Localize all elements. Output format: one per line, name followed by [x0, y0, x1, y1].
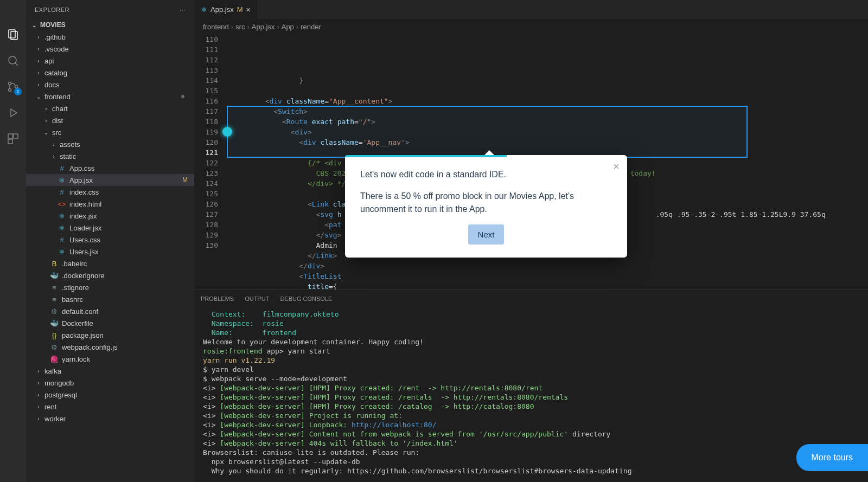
tree-label: catalog	[44, 69, 67, 77]
code-line[interactable]	[231, 86, 868, 96]
breadcrumb-segment[interactable]: App.jsx	[252, 23, 275, 31]
code-line[interactable]: <div>	[231, 127, 868, 137]
folder-item[interactable]: ›chart	[26, 102, 194, 114]
code-line[interactable]: <div className='App__nav'>	[231, 137, 868, 147]
line-number: 130	[194, 240, 218, 250]
folder-item[interactable]: ›static	[26, 150, 194, 162]
project-header[interactable]: ⌄ MOVIES	[26, 19, 194, 31]
code-line[interactable]: <Switch>	[231, 106, 868, 117]
folder-item[interactable]: ›worker	[26, 413, 194, 425]
breadcrumb-segment[interactable]: App	[282, 23, 294, 31]
svg-point-4	[9, 82, 11, 85]
bottom-panel: PROBLEMSOUTPUTDEBUG CONSOLE Context: fil…	[194, 290, 868, 482]
breadcrumb-segment[interactable]: frontend	[203, 23, 229, 31]
file-item[interactable]: ⚙webpack.config.js	[26, 341, 194, 353]
explorer-icon[interactable]	[0, 22, 26, 48]
react-icon: ⚛	[58, 224, 66, 232]
code-line[interactable]: </div>	[231, 261, 868, 271]
file-item[interactable]: ≡bashrc	[26, 293, 194, 305]
file-item[interactable]: ≡.stignore	[26, 281, 194, 293]
search-icon[interactable]	[0, 48, 26, 74]
docker-icon: 🐳	[50, 272, 59, 280]
line-gutter: 1101111121131141151161171181191201211221…	[194, 34, 227, 290]
chevron-right-icon: ›	[277, 23, 279, 31]
file-item[interactable]: ⚛index.jsx	[26, 210, 194, 222]
line-number: 124	[194, 178, 218, 189]
next-button[interactable]: Next	[468, 224, 505, 245]
terminal-line: Welcome to your development container. H…	[203, 337, 859, 346]
folder-item[interactable]: ›rent	[26, 401, 194, 413]
extensions-icon[interactable]	[0, 126, 26, 152]
line-number: 127	[194, 209, 218, 220]
tree-label: static	[60, 152, 76, 160]
folder-item[interactable]: ›kafka	[26, 365, 194, 377]
folder-item[interactable]: ›.vscode	[26, 43, 194, 55]
folder-item[interactable]: ›dist	[26, 114, 194, 126]
line-number: 121	[194, 147, 218, 158]
line-number: 123	[194, 168, 218, 178]
line-number: 128	[194, 220, 218, 230]
chevron-down-icon: ⌄	[35, 94, 42, 100]
breadcrumb-segment[interactable]: src	[235, 23, 245, 31]
breadcrumb-segment[interactable]: render	[301, 23, 321, 31]
file-item[interactable]: B.babelrc	[26, 258, 194, 269]
file-item[interactable]: 🐳Dockerfile	[26, 317, 194, 329]
scm-badge: 1	[14, 88, 22, 95]
chevron-right-icon: ›	[35, 380, 42, 386]
code-line[interactable]: title={	[231, 281, 868, 290]
terminal-line: <i> [webpack-dev-server] [HPM] Proxy cre…	[203, 393, 859, 402]
folder-item[interactable]: ›postgresql	[26, 389, 194, 401]
code-line[interactable]: <TitleList	[231, 271, 868, 281]
chevron-down-icon: ⌄	[30, 22, 38, 28]
file-item[interactable]: #Users.css	[26, 234, 194, 246]
tab-app-jsx[interactable]: ⚛ App.jsx M ×	[194, 0, 258, 19]
file-item[interactable]: #index.css	[26, 186, 194, 198]
panel-tab[interactable]: OUTPUT	[245, 293, 269, 304]
panel-tab[interactable]: DEBUG CONSOLE	[280, 293, 332, 304]
line-number: 119	[194, 127, 218, 137]
panel-tab[interactable]: PROBLEMS	[201, 293, 234, 304]
chevron-right-icon: ›	[35, 392, 42, 398]
source-control-icon[interactable]: 1	[0, 74, 26, 100]
terminal[interactable]: Context: filmcompany.okteto Namespace: r…	[194, 307, 868, 482]
folder-item[interactable]: ›docs	[26, 79, 194, 91]
file-item[interactable]: {}package.json	[26, 329, 194, 341]
css-icon: #	[58, 236, 66, 244]
folder-item[interactable]: ›.github	[26, 31, 194, 43]
file-item[interactable]: 🐳.dockerignore	[26, 269, 194, 281]
sidebar-more-icon[interactable]: ···	[180, 7, 186, 13]
folder-item[interactable]: ›api	[26, 55, 194, 67]
debug-icon[interactable]	[0, 100, 26, 126]
line-number: 110	[194, 34, 218, 44]
react-icon: ⚛	[201, 5, 207, 14]
line-number: 125	[194, 189, 218, 199]
css-icon: #	[58, 188, 66, 196]
close-icon[interactable]: ×	[613, 160, 620, 173]
folder-item[interactable]: ›assets	[26, 138, 194, 150]
file-item[interactable]: ⚙default.conf	[26, 305, 194, 317]
yarn-icon: 🧶	[50, 355, 59, 363]
chevron-right-icon: ›	[247, 23, 249, 31]
tree-label: yarn.lock	[62, 355, 90, 363]
chevron-right-icon: ›	[50, 142, 58, 147]
close-icon[interactable]: ×	[246, 5, 250, 14]
code-line[interactable]: <div className="App__content">	[231, 96, 868, 106]
file-item[interactable]: #App.css	[26, 162, 194, 174]
file-item[interactable]: <>index.html	[26, 198, 194, 210]
file-item[interactable]: ⚛Users.jsx	[26, 246, 194, 258]
folder-item[interactable]: ⌄src	[26, 126, 194, 138]
more-tours-button[interactable]: More tours	[796, 444, 868, 471]
folder-item[interactable]: ›catalog	[26, 67, 194, 79]
svg-rect-10	[8, 139, 12, 144]
file-item[interactable]: 🧶yarn.lock	[26, 353, 194, 365]
tree-label: assets	[60, 140, 80, 149]
file-item[interactable]: ⚛App.jsxM	[26, 174, 194, 186]
breadcrumb[interactable]: frontend›src›App.jsx›App›render	[194, 19, 868, 34]
babel-icon: B	[50, 260, 59, 268]
file-item[interactable]: ⚛Loader.jsx	[26, 222, 194, 234]
code-line[interactable]: }	[231, 75, 868, 86]
terminal-line: Browserslist: caniuse-lite is outdated. …	[203, 448, 859, 457]
folder-item[interactable]: ›mongodb	[26, 377, 194, 389]
code-line[interactable]: <Route exact path="/">	[231, 117, 868, 127]
folder-item[interactable]: ⌄frontend	[26, 91, 194, 102]
